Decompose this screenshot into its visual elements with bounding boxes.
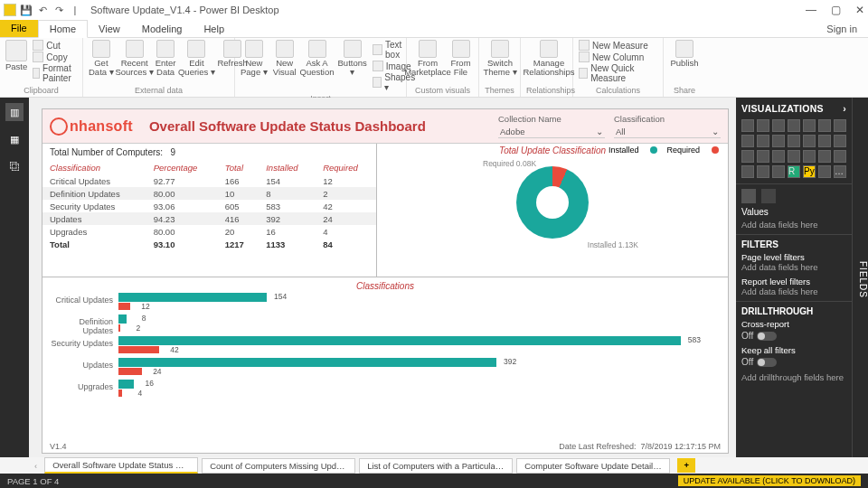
recent-sources-button[interactable]: Recent Sources ▾: [119, 40, 150, 77]
classification-table[interactable]: ClassificationPercentageTotalInstalledRe…: [42, 161, 376, 250]
report-title: Overall Software Update Status Dashboard: [149, 118, 426, 134]
visualizations-header[interactable]: VISUALIZATIONS›: [736, 98, 852, 119]
keep-filters-toggle[interactable]: Off: [741, 357, 846, 367]
tab-view[interactable]: View: [88, 21, 131, 37]
new-visual-button[interactable]: New Visual: [273, 40, 297, 77]
status-bar: PAGE 1 OF 4 UPDATE AVAILABLE (CLICK TO D…: [0, 474, 868, 488]
page-filters-well[interactable]: Add data fields here: [741, 262, 846, 272]
manage-relationships-button[interactable]: Manage Relationships: [526, 40, 571, 77]
edit-queries-button[interactable]: Edit Queries ▾: [181, 40, 212, 77]
add-page-button[interactable]: +: [677, 458, 695, 473]
fields-pane-collapsed[interactable]: FIELDS: [852, 98, 868, 457]
page-tabs: ‹ Overall Software Update Status Dashboa…: [0, 457, 868, 474]
donut-chart[interactable]: Required 0.08K Installed 1.13K: [494, 159, 611, 249]
maximize-button[interactable]: ▢: [831, 4, 841, 16]
left-rail: ▥ ▦ ⿻: [0, 98, 29, 457]
from-marketplace-button[interactable]: From Marketplace: [412, 40, 443, 77]
copy-button[interactable]: Copy: [33, 52, 77, 62]
logo: nhansoft: [42, 117, 140, 136]
update-available-button[interactable]: UPDATE AVAILABLE (CLICK TO DOWNLOAD): [678, 475, 861, 486]
report-filters-well[interactable]: Add data fields here: [741, 286, 846, 296]
new-column-button[interactable]: New Column: [579, 52, 657, 62]
app-icon: [4, 4, 16, 16]
report-view-icon[interactable]: ▥: [5, 103, 24, 121]
minimize-button[interactable]: —: [806, 4, 816, 16]
bar-chart[interactable]: Critical Updates15412Definition Updates8…: [50, 293, 721, 397]
enter-data-button[interactable]: Enter Data: [156, 40, 176, 77]
group-clipboard-label: Clipboard: [5, 84, 77, 95]
tab-modeling[interactable]: Modeling: [131, 21, 193, 37]
new-page-button[interactable]: New Page ▾: [241, 40, 268, 77]
cut-button[interactable]: Cut: [33, 40, 77, 51]
sign-in-button[interactable]: Sign in: [816, 21, 868, 37]
chevron-down-icon: ⌄: [596, 127, 603, 136]
new-quick-measure-button[interactable]: New Quick Measure: [579, 63, 657, 83]
new-measure-button[interactable]: New Measure: [579, 40, 657, 51]
page-counter: PAGE 1 OF 4: [7, 476, 59, 486]
format-tab-icon[interactable]: [761, 189, 776, 203]
format-painter-button[interactable]: Format Painter: [33, 63, 77, 83]
page-tab-1[interactable]: Overall Software Update Status Dashboard: [44, 457, 198, 474]
paste-button[interactable]: Paste: [5, 40, 27, 71]
tabs-nav-prev[interactable]: ‹: [34, 461, 37, 471]
save-icon[interactable]: 💾: [20, 4, 33, 16]
version-label: V1.4: [50, 442, 67, 451]
window-title: Software Update_V1.4 - Power BI Desktop: [90, 5, 279, 15]
right-panes: VISUALIZATIONS› RPy … Values Add data fi…: [736, 98, 852, 457]
fields-tab-icon[interactable]: [741, 189, 756, 203]
buttons-button[interactable]: Buttons ▾: [338, 40, 367, 77]
page-tab-2[interactable]: Count of Computers Missing Updates by ..…: [202, 458, 355, 474]
report-page: nhansoft Overall Software Update Status …: [42, 108, 729, 454]
ask-question-button[interactable]: Ask A Question: [302, 40, 333, 77]
qat-divider: |: [69, 4, 81, 16]
file-menu[interactable]: File: [0, 20, 38, 37]
chevron-down-icon: ⌄: [712, 127, 719, 136]
data-view-icon[interactable]: ▦: [5, 130, 24, 148]
undo-icon[interactable]: ↶: [36, 4, 49, 16]
chevron-right-icon: ›: [843, 103, 846, 114]
classification-filter[interactable]: Classification All⌄: [614, 114, 721, 138]
drillthrough-well[interactable]: Add drillthrough fields here: [741, 372, 846, 382]
report-canvas[interactable]: nhansoft Overall Software Update Status …: [29, 98, 736, 457]
close-button[interactable]: ✕: [855, 4, 864, 16]
publish-button[interactable]: Publish: [669, 40, 700, 68]
menubar: File Home View Modeling Help Sign in: [0, 20, 868, 38]
legend: Installed Required: [609, 145, 719, 155]
tab-help[interactable]: Help: [193, 21, 235, 37]
tab-home[interactable]: Home: [38, 20, 88, 38]
model-view-icon[interactable]: ⿻: [5, 157, 24, 175]
titlebar: 💾 ↶ ↷ | Software Update_V1.4 - Power BI …: [0, 0, 868, 20]
redo-icon[interactable]: ↷: [52, 4, 65, 16]
viz-gallery[interactable]: RPy …: [736, 119, 852, 183]
get-data-button[interactable]: Get Data ▾: [89, 40, 114, 77]
switch-theme-button[interactable]: Switch Theme ▾: [485, 40, 515, 77]
page-tab-4[interactable]: Computer Software Update Details by Cla.…: [516, 458, 670, 474]
cross-report-toggle[interactable]: Off: [741, 331, 846, 341]
page-tab-3[interactable]: List of Computers with a Particular Soft…: [359, 458, 513, 474]
gear-icon: [50, 117, 68, 136]
values-well[interactable]: Add data fields here: [741, 220, 846, 230]
collection-filter[interactable]: Collection Name Adobe⌄: [498, 114, 605, 138]
from-file-button[interactable]: From File: [448, 40, 473, 77]
ribbon: Paste Cut Copy Format Painter Clipboard …: [0, 38, 868, 98]
